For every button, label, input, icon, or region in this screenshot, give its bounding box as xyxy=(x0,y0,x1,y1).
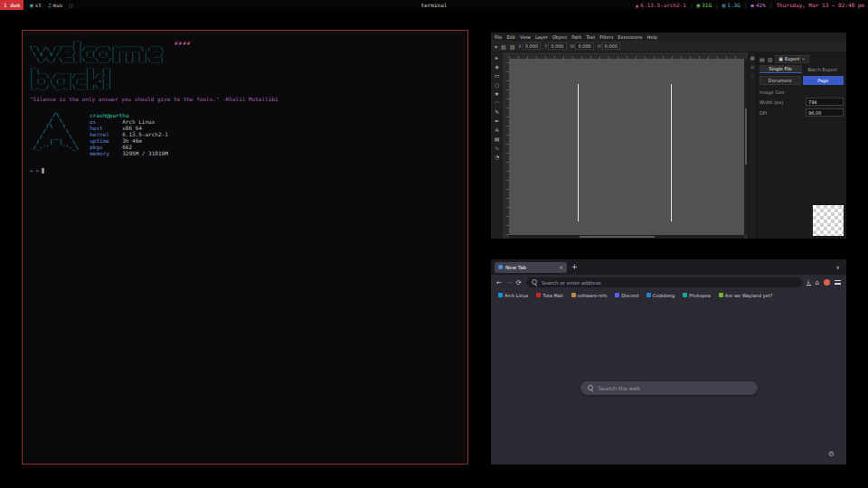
address-placeholder: Search or enter address xyxy=(542,280,601,286)
menu-extensions[interactable]: Extensions xyxy=(618,34,642,40)
transform-icon[interactable]: ▧ xyxy=(501,43,506,50)
width-field[interactable]: W 0.000 xyxy=(571,42,594,50)
tool-text-icon[interactable]: A xyxy=(495,127,498,133)
reload-button[interactable]: ⟳ xyxy=(516,279,522,286)
account-icon[interactable] xyxy=(824,279,830,286)
menu-path[interactable]: Path xyxy=(571,34,581,40)
bookmark-arch-linux[interactable]: Arch Linux xyxy=(498,293,528,298)
tool-pencil-icon[interactable]: ✎ xyxy=(495,108,499,115)
dock-objects-icon[interactable]: ▥ xyxy=(768,56,773,62)
menu-object[interactable]: Object xyxy=(552,34,567,40)
tool-arc-icon[interactable]: ◠ xyxy=(495,99,499,106)
snap-nodes-icon[interactable]: ⊙ xyxy=(750,64,754,70)
tool-selector-icon[interactable]: ▸ xyxy=(495,54,498,61)
statusbar-module-st: ▣ st xyxy=(30,2,42,8)
scrollbar-thumb[interactable] xyxy=(745,108,747,164)
separator: | xyxy=(769,2,773,8)
height-field[interactable]: H 0.000 xyxy=(598,42,620,50)
width-row: Width (px) 794 xyxy=(760,98,844,106)
vertical-scrollbar[interactable] xyxy=(744,59,748,235)
memory-status: ▥ 1.3G xyxy=(722,2,741,8)
bookmark-discord[interactable]: Discord xyxy=(615,293,638,298)
active-tab[interactable]: New Tab × xyxy=(495,262,567,273)
bookmark-tuta-mail[interactable]: Tuta Mail xyxy=(536,293,562,298)
tool-rectangle-icon[interactable]: ▭ xyxy=(495,72,500,79)
banner-accent: #### xyxy=(175,40,191,46)
export-tab[interactable]: ▣ Export × xyxy=(775,55,808,63)
fetch-row: kernel 6.13.5-arch2-1 xyxy=(90,131,168,137)
personalize-gear-icon[interactable]: ⚙ xyxy=(828,450,835,458)
back-button[interactable]: ← xyxy=(496,279,502,286)
close-icon[interactable]: × xyxy=(801,56,805,61)
menu-layer[interactable]: Layer xyxy=(535,34,548,40)
inkscape-window[interactable]: File Edit View Layer Object Path Text Fi… xyxy=(491,33,846,239)
canvas-area[interactable] xyxy=(503,52,748,239)
tool-gradient-icon[interactable]: ▤ xyxy=(495,136,500,142)
menu-view[interactable]: View xyxy=(520,34,531,40)
menu-help[interactable]: Help xyxy=(646,34,656,40)
page-button[interactable]: Page xyxy=(803,76,844,85)
search-placeholder: Search the web xyxy=(599,385,641,391)
close-tab-icon[interactable]: × xyxy=(559,264,563,270)
list-tabs-icon[interactable]: ∨ xyxy=(836,264,843,270)
tool-pen-icon[interactable]: ✒ xyxy=(495,117,499,124)
home-icon[interactable]: ⌂ xyxy=(816,279,819,286)
memory-icon: ▥ xyxy=(722,2,726,8)
image-size-heading: Image Size xyxy=(760,89,844,95)
bookmark-photopea[interactable]: Photopea xyxy=(683,293,711,298)
search-icon xyxy=(532,279,538,286)
statusbar-module-label: st xyxy=(35,2,42,8)
inkscape-toolbox: ▸ ◈ ▭ ○ ★ ◠ ✎ ✒ A ▤ ∿ ◔ xyxy=(491,52,503,239)
align-icon[interactable]: ▨ xyxy=(510,43,515,50)
menu-file[interactable]: File xyxy=(495,34,502,40)
shell-prompt[interactable]: ~> xyxy=(30,167,460,174)
scrollbar-thumb[interactable] xyxy=(580,236,655,238)
export-scope-buttons: Document Page xyxy=(760,76,844,85)
menu-filters[interactable]: Filters xyxy=(599,34,613,40)
forward-button[interactable]: → xyxy=(506,279,512,286)
tab-single-file[interactable]: Single File xyxy=(760,65,802,73)
status-bar: 1 dwm ▣ st ♫ mus ▢ terminal ▲ 6.13.5-arc… xyxy=(0,0,868,10)
x-field[interactable]: X 0.000 xyxy=(518,42,541,50)
terminal-window[interactable]: _ __ _____| | ___ ___ _ __ ___ ___ \ \ /… xyxy=(22,30,468,465)
inkscape-menubar: File Edit View Layer Object Path Text Fi… xyxy=(491,33,846,41)
menu-edit[interactable]: Edit xyxy=(506,34,515,40)
dock-layers-icon[interactable]: ▤ xyxy=(760,56,765,62)
disk-icon: ▣ xyxy=(697,2,701,8)
bookmarks-toolbar: Arch Linux Tuta Mail software-refs Disco… xyxy=(491,290,846,300)
menu-text[interactable]: Text xyxy=(586,34,595,40)
export-width-input[interactable]: 794 xyxy=(806,98,844,106)
tool-tweak-icon[interactable]: ∿ xyxy=(495,145,499,151)
tool-star-icon[interactable]: ★ xyxy=(495,90,499,97)
y-field[interactable]: Y 0.000 xyxy=(544,42,566,50)
workspace-tag[interactable]: 1 dwm xyxy=(0,0,24,10)
snap-grid-icon[interactable]: ∷ xyxy=(750,73,753,79)
tool-node-editor-icon[interactable]: ◈ xyxy=(495,63,499,70)
export-dpi-input[interactable]: 96.00 xyxy=(806,108,844,117)
inkscape-body: ▸ ◈ ▭ ○ ★ ◠ ✎ ✒ A ▤ ∿ ◔ ▦ ⊙ ∷ xyxy=(491,52,846,239)
clock-status: Thursday, Mar 13 — 02:48 pm xyxy=(776,2,864,8)
bookmark-folder-software-refs[interactable]: software-refs xyxy=(571,293,608,298)
new-tab-page: Search the web ⚙ xyxy=(491,300,846,465)
dropdown-icon[interactable]: ▾ xyxy=(495,43,497,50)
document-button[interactable]: Document xyxy=(760,76,801,85)
bookmark-codeberg[interactable]: Codeberg xyxy=(646,293,675,298)
system-fetch: /\ / \ /\ \ / \ / __ \ / | | \ /_-'' ''-… xyxy=(30,112,460,156)
new-tab-button[interactable]: + xyxy=(571,264,578,271)
menu-icon[interactable] xyxy=(835,280,841,285)
tool-ellipse-icon[interactable]: ○ xyxy=(495,81,499,88)
browser-window[interactable]: New Tab × + ∨ ← → ⟳ Search or enter addr… xyxy=(491,259,846,465)
tab-batch-export[interactable]: Batch Export xyxy=(802,65,844,73)
downloads-icon[interactable]: ↓ xyxy=(807,279,811,286)
bookmark-favicon xyxy=(536,293,541,297)
snap-bbox-icon[interactable]: ▦ xyxy=(750,55,755,61)
address-bar[interactable]: Search or enter address xyxy=(526,277,802,287)
export-panel: ▤ ▥ ▣ Export × Single File Batch Export … xyxy=(756,52,846,239)
tool-dropper-icon[interactable]: ◔ xyxy=(495,154,499,160)
bookmark-are-we-wayland-yet[interactable]: Are we Wayland yet? xyxy=(719,293,772,298)
horizontal-scrollbar[interactable] xyxy=(509,235,744,239)
web-search-input[interactable]: Search the web xyxy=(580,381,758,395)
navigation-toolbar: ← → ⟳ Search or enter address ↓ ⌂ xyxy=(491,275,846,290)
drawing-canvas[interactable] xyxy=(509,59,744,235)
dpi-row: DPI 96.00 xyxy=(760,108,844,117)
